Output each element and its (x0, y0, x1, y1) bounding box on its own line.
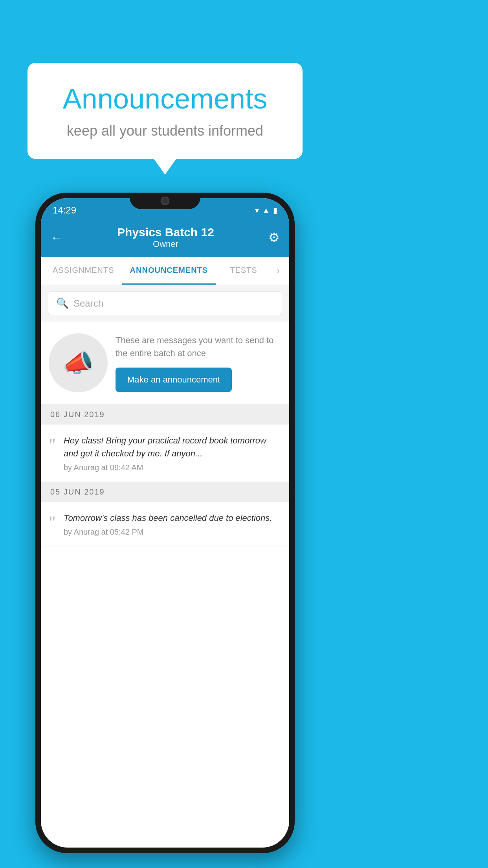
tab-tests[interactable]: TESTS (216, 257, 272, 285)
signal-icon: ▲ (262, 206, 270, 215)
promo-content: These are messages you want to send to t… (116, 334, 281, 392)
megaphone-icon: 📣 (62, 348, 94, 378)
back-button[interactable]: ← (50, 230, 63, 245)
announcement-text-1: Hey class! Bring your practical record b… (64, 434, 281, 460)
make-announcement-button[interactable]: Make an announcement (116, 368, 232, 392)
tab-assignments[interactable]: ASSIGNMENTS (45, 257, 122, 285)
batch-title: Physics Batch 12 (117, 226, 214, 239)
battery-icon: ▮ (273, 206, 277, 215)
status-time: 14:29 (53, 205, 76, 216)
date-divider-2: 05 JUN 2019 (41, 482, 289, 502)
announcement-item-1: " Hey class! Bring your practical record… (41, 425, 289, 482)
phone-notch (130, 193, 200, 209)
settings-button[interactable]: ⚙ (268, 230, 280, 245)
app-header: ← Physics Batch 12 Owner ⚙ (41, 219, 289, 257)
speech-bubble-subtitle: keep all your students informed (51, 123, 279, 139)
announcement-content-2: Tomorrow's class has been cancelled due … (64, 511, 281, 537)
tab-more[interactable]: › (272, 257, 285, 285)
speech-bubble: Announcements keep all your students inf… (28, 63, 303, 159)
announcement-content-1: Hey class! Bring your practical record b… (64, 434, 281, 472)
phone-mockup: 14:29 ▾ ▲ ▮ ← Physics Batch 12 Owner ⚙ (35, 193, 295, 853)
phone-frame: 14:29 ▾ ▲ ▮ ← Physics Batch 12 Owner ⚙ (35, 193, 295, 853)
tabs-container: ASSIGNMENTS ANNOUNCEMENTS TESTS › (41, 257, 289, 285)
promo-description: These are messages you want to send to t… (116, 334, 281, 360)
search-bar[interactable]: 🔍 Search (48, 291, 282, 315)
date-divider-1: 06 JUN 2019 (41, 405, 289, 425)
status-icons: ▾ ▲ ▮ (255, 206, 277, 215)
phone-camera (161, 197, 169, 205)
speech-bubble-container: Announcements keep all your students inf… (28, 63, 303, 159)
announcement-meta-2: by Anurag at 05:42 PM (64, 528, 281, 537)
phone-screen: 14:29 ▾ ▲ ▮ ← Physics Batch 12 Owner ⚙ (41, 198, 289, 848)
announcement-item-2: " Tomorrow's class has been cancelled du… (41, 502, 289, 546)
wifi-icon: ▾ (255, 206, 259, 215)
batch-subtitle: Owner (117, 239, 214, 249)
announcement-text-2: Tomorrow's class has been cancelled due … (64, 511, 281, 524)
promo-section: 📣 These are messages you want to send to… (41, 322, 289, 405)
header-title-group: Physics Batch 12 Owner (117, 226, 214, 249)
tab-announcements[interactable]: ANNOUNCEMENTS (122, 257, 216, 285)
quote-icon-2: " (49, 514, 56, 537)
speech-bubble-title: Announcements (51, 83, 279, 115)
announcement-meta-1: by Anurag at 09:42 AM (64, 463, 281, 472)
quote-icon-1: " (49, 436, 56, 472)
search-input[interactable]: Search (73, 298, 103, 309)
search-icon: 🔍 (56, 297, 69, 309)
search-container: 🔍 Search (41, 285, 289, 322)
promo-icon-circle: 📣 (49, 333, 108, 392)
